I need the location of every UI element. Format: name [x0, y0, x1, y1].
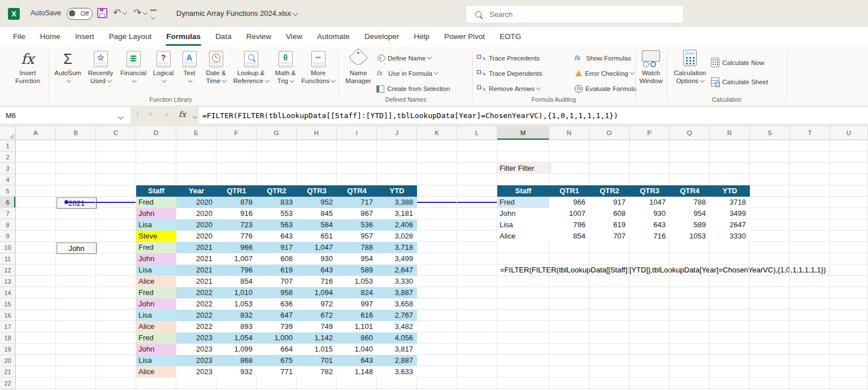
right-table-cell[interactable]: 3499: [710, 208, 750, 219]
left-table-cell[interactable]: 893: [216, 321, 257, 332]
left-table-cell[interactable]: Lisa: [136, 219, 176, 231]
right-table-cell[interactable]: 1007: [549, 208, 589, 219]
ribbon-button-evaluate-formula[interactable]: fxEvaluate Formula: [574, 81, 636, 96]
ribbon-button-remove-arrows[interactable]: ↘Remove Arrows: [477, 81, 540, 96]
left-table-header[interactable]: Staff: [136, 185, 176, 197]
autosave-toggle[interactable]: Off: [67, 8, 93, 20]
tab-help[interactable]: Help: [406, 27, 437, 46]
left-table-cell[interactable]: 854: [216, 276, 257, 287]
left-table-cell[interactable]: 1,000: [257, 332, 297, 344]
left-table-cell[interactable]: 651: [297, 231, 337, 242]
left-table-cell[interactable]: 824: [337, 287, 377, 298]
search-box[interactable]: [466, 5, 684, 23]
left-table-cell[interactable]: 739: [257, 321, 297, 332]
left-table-cell[interactable]: 782: [297, 366, 337, 378]
row-header-3[interactable]: 3: [0, 163, 15, 174]
left-table-cell[interactable]: 832: [216, 310, 257, 321]
tab-page-layout[interactable]: Page Layout: [102, 27, 159, 46]
left-table-cell[interactable]: 536: [337, 219, 377, 231]
right-table-cell[interactable]: 954: [670, 208, 710, 219]
ribbon-button-error-checking[interactable]: Error Checking: [574, 66, 633, 80]
ribbon-button-financial[interactable]: Financial: [119, 49, 148, 98]
right-table-cell[interactable]: John: [497, 208, 549, 219]
ribbon-button-use-in-formula[interactable]: fxUse in Formula: [376, 66, 437, 80]
left-table-cell[interactable]: 1,054: [216, 332, 257, 344]
left-table-cell[interactable]: 860: [337, 332, 377, 344]
row-header-8[interactable]: 8: [0, 219, 15, 231]
left-table-cell[interactable]: 701: [297, 355, 337, 366]
row-header-10[interactable]: 10: [0, 242, 15, 253]
row-header-13[interactable]: 13: [0, 276, 15, 287]
left-table-cell[interactable]: 1,053: [216, 298, 257, 310]
column-header-D[interactable]: D: [136, 127, 176, 140]
column-header-E[interactable]: E: [176, 127, 216, 140]
ribbon-button-define-name[interactable]: Define Name: [376, 51, 431, 65]
ribbon-button-trace-dependents[interactable]: ↘Trace Dependents: [477, 66, 542, 80]
left-table-cell[interactable]: 952: [297, 197, 337, 208]
left-table-cell[interactable]: 3,887: [377, 287, 417, 298]
calculation-options-button[interactable]: Calculation Options: [671, 49, 709, 98]
left-table-cell[interactable]: 3,658: [377, 298, 417, 310]
left-table-cell[interactable]: Lisa: [136, 265, 176, 276]
left-table-cell[interactable]: 589: [337, 265, 377, 276]
left-table-cell[interactable]: 1,094: [297, 287, 337, 298]
left-table-cell[interactable]: 2,647: [377, 265, 417, 276]
column-header-G[interactable]: G: [257, 127, 297, 140]
right-table-cell[interactable]: 589: [670, 219, 710, 231]
left-table-cell[interactable]: 1,142: [297, 332, 337, 344]
left-table-cell[interactable]: 664: [257, 344, 297, 355]
right-table-header[interactable]: QTR3: [630, 185, 670, 197]
document-title[interactable]: Dynamic Array Functions 2024.xlsx: [176, 9, 297, 18]
tab-data[interactable]: Data: [208, 27, 239, 46]
left-table-cell[interactable]: 954: [337, 253, 377, 265]
left-table-cell[interactable]: Fred: [136, 287, 176, 298]
right-table-cell[interactable]: 3718: [710, 197, 750, 208]
left-table-cell[interactable]: 3,028: [377, 231, 417, 242]
column-header-P[interactable]: P: [630, 127, 670, 140]
row-header-6[interactable]: 6: [0, 197, 15, 208]
left-table-header[interactable]: QTR3: [297, 185, 337, 197]
left-table-cell[interactable]: John: [136, 298, 176, 310]
left-table-cell[interactable]: 771: [257, 366, 297, 378]
right-table-cell[interactable]: 707: [589, 231, 630, 242]
left-table-cell[interactable]: Alice: [136, 321, 176, 332]
row-header-9[interactable]: 9: [0, 231, 15, 242]
tab-file[interactable]: File: [6, 27, 33, 46]
left-table-cell[interactable]: Alice: [136, 276, 176, 287]
row-header-15[interactable]: 15: [0, 298, 15, 310]
column-header-N[interactable]: N: [549, 127, 589, 140]
column-header-J[interactable]: J: [377, 127, 417, 140]
left-table-cell[interactable]: 2022: [176, 298, 216, 310]
left-table-cell[interactable]: 563: [257, 219, 297, 231]
right-table-cell[interactable]: Alice: [497, 231, 549, 242]
ribbon-button-calculate-now[interactable]: Calculate Now: [711, 55, 764, 70]
left-table-cell[interactable]: 2020: [176, 197, 216, 208]
left-table-cell[interactable]: Lisa: [136, 310, 176, 321]
left-table-header[interactable]: QTR1: [216, 185, 257, 197]
left-table-cell[interactable]: 584: [297, 219, 337, 231]
right-table-header[interactable]: YTD: [710, 185, 750, 197]
chevron-down-icon[interactable]: [191, 112, 197, 121]
ribbon-button-show-formulas[interactable]: fxShow Formulas: [574, 51, 631, 65]
left-table-cell[interactable]: 2,406: [377, 219, 417, 231]
formula-input-area[interactable]: =FILTER(FILTER(tblLookupData[[Staff]:[YT…: [199, 107, 868, 124]
ribbon-button-lookup-reference[interactable]: Lookup &Reference: [232, 49, 270, 98]
left-table-cell[interactable]: 707: [257, 276, 297, 287]
left-table-cell[interactable]: 2023: [176, 355, 216, 366]
row-header-12[interactable]: 12: [0, 265, 15, 276]
row-header-16[interactable]: 16: [0, 310, 15, 321]
left-table-cell[interactable]: 997: [337, 298, 377, 310]
column-header-I[interactable]: I: [337, 127, 377, 140]
left-table-cell[interactable]: John: [136, 344, 176, 355]
column-header-O[interactable]: O: [589, 127, 630, 140]
left-table-cell[interactable]: 619: [257, 265, 297, 276]
tab-home[interactable]: Home: [33, 27, 68, 46]
enter-button[interactable]: ✓: [164, 110, 171, 119]
tab-power-pivot[interactable]: Power Pivot: [437, 27, 492, 46]
left-table-cell[interactable]: 2021: [176, 242, 216, 253]
left-table-cell[interactable]: Fred: [136, 332, 176, 344]
insert-function-button[interactable]: fx Insert Function: [10, 49, 45, 98]
left-table-cell[interactable]: 878: [216, 197, 257, 208]
left-table-cell[interactable]: 1,010: [216, 287, 257, 298]
right-table-cell[interactable]: 643: [630, 219, 670, 231]
